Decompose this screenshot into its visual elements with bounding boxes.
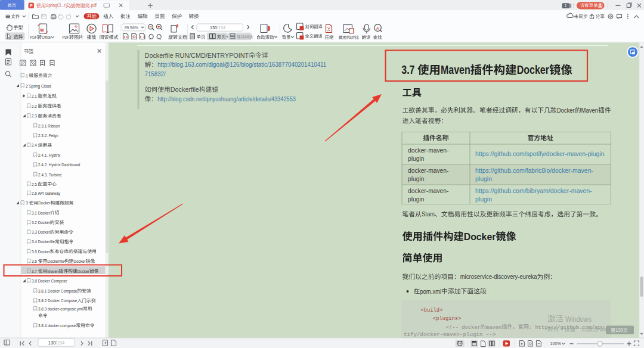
- svg-text:99.56%: 99.56%: [125, 25, 139, 30]
- svg-text:3.8.3 docker-compose.yml: 3.8.3 docker-compose.yml: [38, 306, 83, 312]
- svg-text:maven: maven: [486, 324, 501, 331]
- svg-text:Docker: Docker: [73, 259, 86, 264]
- svg-text:2.4.1. Hystrix: 2.4.1. Hystrix: [38, 153, 60, 158]
- svg-text:P: P: [30, 3, 33, 8]
- svg-text:Maven: Maven: [441, 63, 470, 76]
- svg-text:130: 130: [616, 327, 623, 333]
- svg-text:A: A: [376, 26, 379, 31]
- svg-text:3.8.4 docker-compose: 3.8.4 docker-compose: [38, 323, 76, 328]
- svg-text:Windows: Windows: [565, 315, 592, 324]
- svg-text:http://blog.163.com/digoal@126: http://blog.163.com/digoal@126/blog/stat…: [157, 61, 326, 68]
- svg-text:pom.xml: pom.xml: [420, 288, 441, 295]
- svg-text:3.1 Docker: 3.1 Docker: [32, 210, 50, 216]
- svg-text:plugin: plugin: [408, 195, 424, 203]
- svg-text:tify/docker-maven-plugin -->: tify/docker-maven-plugin -->: [404, 331, 496, 338]
- svg-text:2.6 API Gateway: 2.6 API Gateway: [32, 191, 60, 196]
- svg-text:Maven: Maven: [47, 269, 58, 274]
- svg-text:Docker: Docker: [557, 107, 575, 114]
- svg-text:https://github.com/spotify/doc: https://github.com/spotify/docker-maven-…: [475, 150, 605, 157]
- svg-text:plugin: plugin: [408, 155, 424, 162]
- svg-text:Dockerfile: Dockerfile: [171, 86, 199, 93]
- svg-text:w: w: [39, 27, 44, 33]
- svg-text:1: 1: [565, 4, 567, 8]
- svg-text:plugin: plugin: [475, 175, 492, 182]
- svg-text:: https://github.com/spo: : https://github.com/spo: [529, 324, 604, 331]
- svg-text:130: 130: [210, 25, 217, 30]
- svg-text:3: 3: [26, 200, 28, 206]
- svg-text:100%: 100%: [550, 341, 561, 346]
- svg-text:.pdf: .pdf: [90, 2, 97, 8]
- svg-text:3.2 Docker: 3.2 Docker: [32, 220, 50, 225]
- svg-text:http://blog.csdn.net/qinyushua: http://blog.csdn.net/qinyushuang/article…: [157, 96, 296, 102]
- svg-text:3.4 Dockerfile: 3.4 Dockerfile: [32, 239, 55, 244]
- svg-text:docker-maven-: docker-maven-: [408, 187, 449, 194]
- svg-text:3.8.2 Docker Compose: 3.8.2 Docker Compose: [38, 298, 77, 303]
- svg-text:2.3.1 Ribbon: 2.3.1 Ribbon: [38, 123, 60, 129]
- svg-text:3.5 Docker: 3.5 Docker: [32, 249, 50, 254]
- svg-text:3.8.1 Docker Compose: 3.8.1 Docker Compose: [38, 288, 77, 294]
- svg-text:docker-maven-: docker-maven-: [408, 167, 449, 174]
- svg-text:2.4.2. Hystrix Dashboard: 2.4.2. Hystrix Dashboard: [38, 162, 80, 167]
- svg-text:2.5: 2.5: [32, 182, 37, 187]
- svg-text:Stars: Stars: [422, 210, 435, 218]
- svg-text:https://github.com/bibryam/doc: https://github.com/bibryam/docker-maven-: [475, 187, 592, 194]
- svg-text:PDF: PDF: [30, 35, 38, 40]
- svg-text:2 Spring Cloud: 2 Spring Cloud: [26, 83, 51, 89]
- svg-text:130: 130: [48, 340, 56, 346]
- svg-text:Docker: Docker: [464, 231, 496, 243]
- svg-text:1: 1: [26, 73, 28, 79]
- svg-text:2.3: 2.3: [32, 113, 37, 119]
- svg-text:plugin: plugin: [475, 195, 492, 203]
- svg-text:3.3 Docker: 3.3 Docker: [32, 229, 50, 235]
- svg-text:plugin: plugin: [408, 175, 424, 182]
- svg-text:3.7: 3.7: [401, 63, 414, 76]
- svg-text:/154: /154: [217, 25, 225, 30]
- svg-text:Dockerfile RUN/CMD/ENTRYPOINT: Dockerfile RUN/CMD/ENTRYPOINT: [145, 52, 249, 59]
- svg-text:2.4.3. Turbine: 2.4.3. Turbine: [38, 172, 62, 178]
- svg-text:Docker: Docker: [38, 200, 51, 206]
- svg-text:<plugins>: <plugins>: [433, 315, 461, 322]
- svg-text:SpringCl...r: SpringCl...r: [46, 2, 66, 8]
- svg-text:Dockerfile: Dockerfile: [47, 259, 64, 264]
- svg-text:3.6: 3.6: [32, 259, 37, 264]
- svg-text:docker-maven-: docker-maven-: [408, 147, 449, 154]
- svg-text:<!-- docker: <!-- docker: [446, 324, 481, 331]
- svg-text:Docker: Docker: [517, 63, 550, 76]
- svg-text:2.1: 2.1: [32, 94, 37, 99]
- svg-text:microservice-discovery-eureka: microservice-discovery-eureka: [460, 273, 537, 280]
- svg-text:3.7: 3.7: [32, 269, 37, 274]
- svg-text:/154: /154: [55, 340, 64, 346]
- svg-text:715832/: 715832/: [145, 71, 166, 77]
- svg-text:Office: Office: [42, 35, 51, 40]
- svg-text:3.8 Docker Compose: 3.8 Docker Compose: [32, 278, 67, 284]
- svg-text:PDF: PDF: [63, 35, 70, 40]
- svg-text:<build>: <build>: [421, 307, 443, 313]
- svg-text:2.3.2. Feign: 2.3.2. Feign: [38, 133, 58, 138]
- svg-text:https://github.com/fabric8io/d: https://github.com/fabric8io/docker-mave…: [475, 167, 593, 174]
- svg-text:Docker: Docker: [78, 269, 90, 274]
- svg-text:2.4: 2.4: [32, 142, 37, 148]
- svg-text:2.2: 2.2: [32, 104, 37, 109]
- svg-text:Maven: Maven: [581, 107, 599, 114]
